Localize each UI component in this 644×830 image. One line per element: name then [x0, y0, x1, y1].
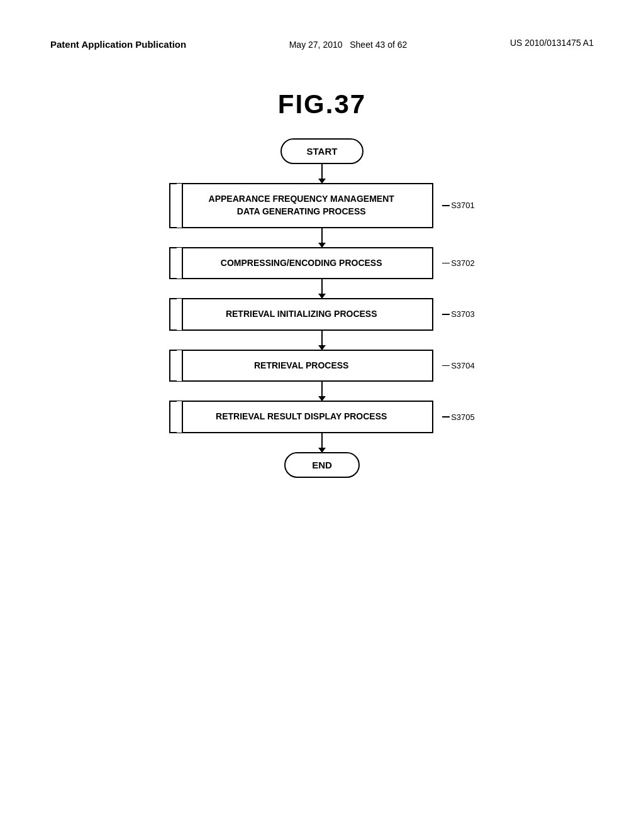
step-s3703-text: RETRIEVAL INITIALIZING PROCESS [226, 309, 377, 319]
step-s3704-text: RETRIEVAL PROCESS [254, 360, 348, 370]
arrow-5 [321, 382, 323, 401]
step-s3702-label: S3702 [442, 258, 475, 268]
step-s3703-label: S3703 [442, 309, 475, 319]
sheet-label: Sheet 43 of 62 [350, 40, 407, 50]
sheet-info: May 27, 2010 Sheet 43 of 62 [289, 38, 408, 52]
arrow-line-2 [321, 228, 323, 247]
arrow-2 [321, 228, 323, 247]
end-terminal: END [284, 452, 360, 478]
arrow-6 [321, 433, 323, 452]
arrow-line-5 [321, 382, 323, 401]
figure-title: FIG.37 [50, 89, 594, 119]
step-s3703-box: RETRIEVAL INITIALIZING PROCESS [169, 298, 433, 331]
page: Patent Application Publication May 27, 2… [0, 0, 644, 830]
step-s3701-box: APPEARANCE FREQUENCY MANAGEMENTDATA GENE… [169, 183, 433, 228]
arrow-line-1 [321, 164, 323, 183]
flowchart: START APPEARANCE FREQUENCY MANAGEMENTDAT… [50, 138, 594, 478]
step-s3705-text: RETRIEVAL RESULT DISPLAY PROCESS [216, 411, 387, 421]
page-header: Patent Application Publication May 27, 2… [50, 38, 594, 52]
step-s3702-text: COMPRESSING/ENCODING PROCESS [221, 258, 382, 268]
publication-label: Patent Application Publication [50, 38, 186, 51]
step-s3704-wrapper: RETRIEVAL PROCESS S3704 [169, 350, 475, 382]
patent-number: US 2010/0131475 A1 [510, 38, 594, 48]
arrow-line-6 [321, 433, 323, 452]
arrow-3 [321, 279, 323, 298]
step-s3705-wrapper: RETRIEVAL RESULT DISPLAY PROCESS S3705 [169, 401, 475, 433]
arrow-4 [321, 331, 323, 350]
step-s3704-label: S3704 [442, 361, 475, 370]
date-label: May 27, 2010 [289, 40, 343, 50]
step-s3704-box: RETRIEVAL PROCESS [169, 350, 433, 382]
arrow-1 [321, 164, 323, 183]
arrow-line-3 [321, 279, 323, 298]
step-s3705-box: RETRIEVAL RESULT DISPLAY PROCESS [169, 401, 433, 433]
step-s3701-label: S3701 [442, 201, 475, 210]
step-s3702-wrapper: COMPRESSING/ENCODING PROCESS S3702 [169, 247, 475, 280]
arrow-line-4 [321, 331, 323, 350]
step-s3701-wrapper: APPEARANCE FREQUENCY MANAGEMENTDATA GENE… [169, 183, 475, 228]
step-s3703-wrapper: RETRIEVAL INITIALIZING PROCESS S3703 [169, 298, 475, 331]
step-s3701-text: APPEARANCE FREQUENCY MANAGEMENTDATA GENE… [209, 194, 394, 216]
start-terminal: START [280, 138, 364, 164]
step-s3705-label: S3705 [442, 412, 475, 422]
step-s3702-box: COMPRESSING/ENCODING PROCESS [169, 247, 433, 280]
